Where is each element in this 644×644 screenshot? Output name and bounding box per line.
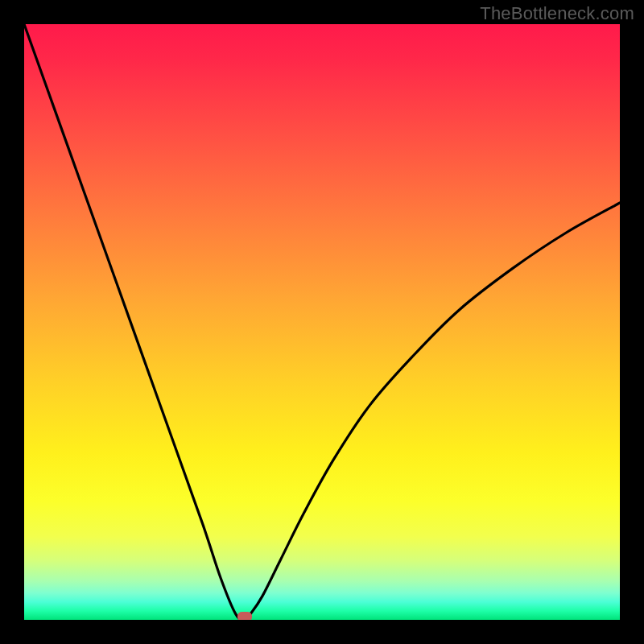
plot-area [24,24,620,620]
curve-svg [24,24,620,620]
chart-frame: TheBottleneck.com [0,0,644,644]
minimum-marker [237,612,252,620]
watermark-text: TheBottleneck.com [480,3,634,24]
bottleneck-curve [24,24,620,620]
